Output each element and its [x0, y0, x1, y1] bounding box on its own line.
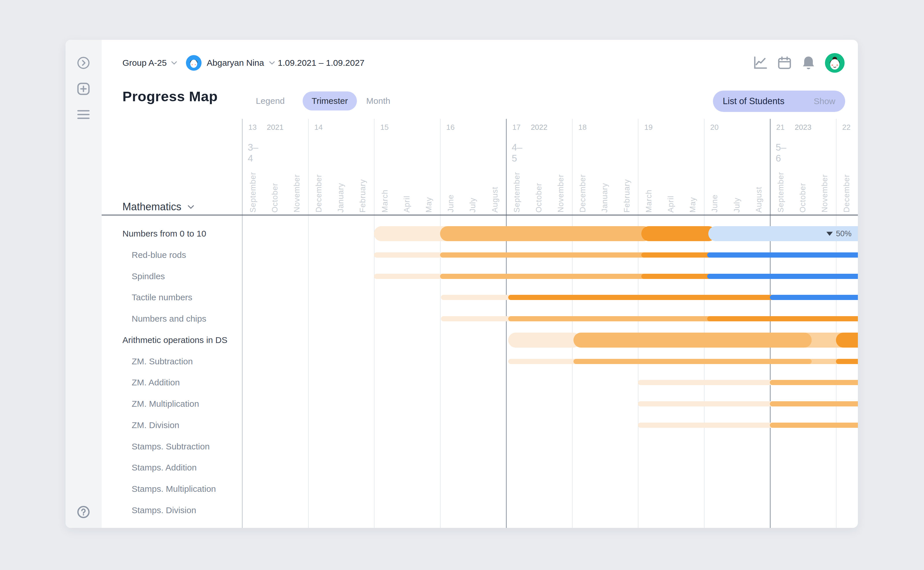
gantt-bar[interactable]	[242, 295, 858, 300]
calendar-button[interactable]	[777, 56, 792, 70]
gantt-bar-segment[interactable]	[836, 332, 858, 348]
month-label: December	[577, 145, 589, 213]
expand-sidebar-button[interactable]	[74, 54, 92, 72]
row-label[interactable]: ZM. Division	[132, 418, 179, 432]
row-label[interactable]: Stamps. Addition	[132, 461, 197, 474]
gantt-bar[interactable]	[242, 274, 858, 279]
trimester-year: 2023	[795, 123, 812, 132]
month-label: August	[489, 145, 501, 213]
month-label-text: November	[820, 174, 829, 213]
month-label: November	[555, 145, 567, 213]
month-label: June	[445, 145, 457, 213]
list-of-students-button[interactable]: List of Students Show	[713, 90, 845, 112]
tab-month[interactable]: Month	[361, 92, 395, 110]
trimester-gridline	[242, 119, 243, 528]
gantt-bar-segment[interactable]	[770, 401, 858, 406]
trimester-gridline	[836, 119, 836, 528]
month-label-text: February	[358, 179, 367, 213]
month-label: March	[378, 145, 391, 213]
row-label[interactable]: ZM. Addition	[132, 376, 180, 389]
row-label[interactable]: ZM. Subtraction	[132, 355, 193, 368]
gantt-bar-segment[interactable]	[440, 274, 647, 279]
month-label-text: July	[468, 198, 477, 213]
gantt-bar-segment[interactable]: 50%	[708, 226, 858, 241]
gantt-bar-segment[interactable]	[440, 226, 651, 241]
gantt-bar-segment[interactable]	[441, 316, 514, 321]
gantt-bar-segment[interactable]	[707, 316, 858, 321]
gantt-bar-segment[interactable]	[638, 380, 774, 385]
gantt-bar-segment[interactable]	[641, 274, 713, 279]
gantt-bar-segment[interactable]	[374, 274, 449, 279]
trimester-number: 19	[644, 123, 653, 132]
month-label: December	[313, 145, 326, 213]
gantt-bar[interactable]: 50%	[242, 226, 858, 241]
student-selector[interactable]: Abgaryan Nina	[186, 55, 275, 71]
gantt-bar[interactable]	[242, 380, 858, 385]
statistics-button[interactable]	[753, 56, 768, 70]
chevron-down-icon	[188, 205, 194, 209]
row-label[interactable]: Stamps. Subtraction	[132, 440, 210, 453]
legend-button[interactable]: Legend	[253, 92, 288, 110]
row-label[interactable]: ZM. Multiplication	[132, 397, 199, 411]
trimester-gridline	[308, 119, 309, 528]
gantt-bar-segment[interactable]	[641, 253, 713, 257]
gantt-bar-segment[interactable]	[707, 253, 858, 257]
gantt-bar-segment[interactable]	[508, 295, 775, 300]
calendar-icon	[778, 56, 792, 70]
row-label[interactable]: Arithmetic operations in DS	[122, 334, 228, 347]
month-label: May	[687, 145, 700, 213]
help-button[interactable]	[74, 503, 92, 521]
notifications-button[interactable]	[802, 55, 815, 70]
month-label-text: December	[578, 174, 587, 213]
line-chart-icon	[753, 56, 767, 70]
gantt-bar-segment[interactable]	[638, 401, 774, 406]
trimester-number: 14	[314, 123, 323, 132]
month-label-text: January	[600, 183, 609, 213]
month-label-text: May	[689, 197, 697, 213]
month-label-text: October	[798, 183, 807, 213]
row-label[interactable]: Stamps. Division	[132, 504, 196, 517]
gantt-bar-segment[interactable]	[770, 423, 858, 428]
gantt-bar-segment[interactable]	[641, 226, 716, 241]
gantt-bar[interactable]	[242, 316, 858, 321]
gantt-bar-segment[interactable]	[573, 359, 812, 364]
gantt-bar[interactable]	[242, 253, 858, 257]
menu-button[interactable]	[74, 106, 92, 123]
gantt-bar[interactable]	[242, 401, 858, 406]
gantt-bar[interactable]	[242, 359, 858, 364]
gantt-bar-segment[interactable]	[770, 295, 858, 300]
progress-marker[interactable]: 50%	[826, 229, 852, 238]
gantt-bar-segment[interactable]	[508, 332, 581, 348]
gantt-bar-segment[interactable]	[508, 359, 581, 364]
gantt-bar-segment[interactable]	[508, 316, 713, 321]
row-label[interactable]: Numbers and chips	[132, 312, 206, 325]
gantt-bar-segment[interactable]	[770, 380, 858, 385]
group-selector[interactable]: Group A-25	[122, 55, 177, 71]
gantt-bar-segment[interactable]	[440, 253, 647, 257]
main-card	[66, 40, 858, 528]
subject-dropdown[interactable]: Mathematics	[122, 200, 194, 214]
row-label[interactable]: Red-blue rods	[132, 248, 186, 262]
user-avatar[interactable]	[825, 53, 845, 73]
gantt-bar-segment[interactable]	[836, 359, 858, 364]
row-label[interactable]: Spindles	[132, 270, 165, 283]
gantt-bar[interactable]	[242, 423, 858, 428]
user-avatar-image	[825, 53, 845, 73]
month-label: September	[775, 145, 787, 213]
row-label[interactable]: Tactile numbers	[132, 291, 192, 304]
gantt-bar-segment[interactable]	[573, 332, 812, 348]
gantt-bar-segment[interactable]	[707, 274, 858, 279]
row-label[interactable]: Numbers from 0 to 10	[122, 227, 206, 240]
add-button[interactable]	[74, 80, 92, 98]
gantt-bar-segment[interactable]	[638, 423, 774, 428]
trimester-number: 20	[710, 123, 719, 132]
gantt-bar-segment[interactable]	[374, 253, 449, 257]
month-label-text: December	[842, 174, 851, 213]
gantt-bar[interactable]	[242, 332, 858, 348]
trimester-number: 21	[776, 123, 784, 132]
month-label-text: April	[403, 196, 412, 213]
row-label[interactable]: Stamps. Multiplication	[132, 482, 216, 496]
chevron-right-circle-icon	[77, 57, 90, 69]
tab-trimester[interactable]: Trimester	[303, 92, 357, 110]
gantt-bar-segment[interactable]	[441, 295, 514, 300]
